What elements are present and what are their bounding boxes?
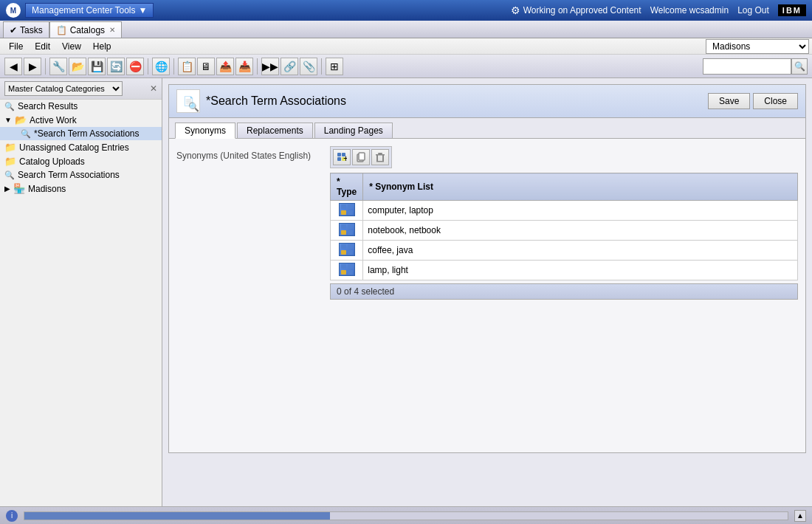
sidebar-item-search-term-associations-active[interactable]: 🔍 *Search Term Associations — [0, 127, 162, 140]
close-form-button[interactable]: Close — [753, 93, 798, 109]
sidebar-item-label: Unassigned Catalog Entries — [19, 142, 129, 153]
toolbar-sep-3 — [173, 58, 174, 75]
toolbar-sep-1 — [45, 58, 46, 75]
sidebar-item-search-term-associations[interactable]: 🔍 Search Term Associations — [0, 168, 162, 182]
preview-button[interactable]: ▶▶ — [261, 58, 279, 75]
form-search-icon: 🔍 — [188, 102, 199, 112]
save-button-toolbar[interactable]: 💾 — [88, 58, 106, 75]
sidebar-item-unassigned-catalog-entries[interactable]: 📁 Unassigned Catalog Entries — [0, 140, 162, 154]
svg-rect-2 — [337, 157, 341, 161]
tab-catalogs[interactable]: 📋 Catalogs ✕ — [49, 21, 122, 38]
sta-icon: 🔍 — [4, 170, 15, 180]
svg-rect-26 — [341, 270, 346, 275]
menu-bar: File Edit View Help Madisons — [0, 38, 812, 55]
toolbar-search-button[interactable]: 🔍 — [791, 58, 808, 75]
synonym-value-2[interactable]: coffee, java — [363, 241, 798, 261]
catalogs-tab-close[interactable]: ✕ — [109, 26, 115, 34]
svg-rect-20 — [341, 244, 346, 249]
app-title-button[interactable]: Management Center Tools ▼ — [25, 3, 154, 18]
content-area: 📄 🔍 *Search Term Associations Save Close… — [162, 78, 812, 506]
synonym-toolbar: + — [330, 146, 392, 168]
menu-view[interactable]: View — [56, 40, 87, 53]
delete-synonym-button[interactable] — [371, 149, 389, 165]
synonym-value-1[interactable]: notebook, netbook — [363, 221, 798, 241]
svg-rect-11 — [376, 161, 384, 162]
synonyms-label: Synonyms (United States English) — [176, 146, 318, 161]
add-synonym-button[interactable]: + — [333, 149, 351, 165]
toolbar-sep-5 — [321, 58, 322, 75]
grid-button[interactable]: ⊞ — [326, 58, 343, 75]
logout-button[interactable]: Log Out — [737, 5, 769, 15]
refresh-button[interactable]: 🔄 — [107, 58, 125, 75]
table-row[interactable]: computer, laptop — [331, 201, 798, 221]
new-button[interactable]: 🔧 — [49, 58, 67, 75]
store-selector: Madisons — [706, 39, 809, 54]
back-button[interactable]: ◀ — [4, 58, 22, 75]
top-bar-right: ⚙ Working on Approved Content Welcome wc… — [511, 4, 806, 16]
app-title-label: Management Center Tools — [32, 5, 136, 15]
top-bar-left: M Management Center Tools ▼ — [6, 3, 154, 18]
sidebar-category-select[interactable]: Master Catalog Categories — [4, 81, 123, 96]
sidebar-close-icon[interactable]: ✕ — [150, 83, 157, 94]
stop-button[interactable]: ⛔ — [126, 58, 144, 75]
menu-edit[interactable]: Edit — [29, 40, 56, 53]
svg-rect-19 — [348, 230, 353, 235]
table-row[interactable]: lamp, light — [331, 261, 798, 280]
table-row[interactable]: coffee, java — [331, 241, 798, 261]
synonym-value-0[interactable]: computer, laptop — [363, 201, 798, 221]
sidebar-item-active-work[interactable]: ▼ 📂 Active Work — [0, 113, 162, 127]
form-icon: 📄 🔍 — [176, 89, 200, 113]
svg-rect-25 — [348, 264, 353, 269]
status-expand-button[interactable]: ▲ — [794, 510, 806, 522]
save-form-button[interactable]: Save — [708, 93, 750, 109]
menu-help[interactable]: Help — [87, 40, 117, 53]
synonyms-table-area: + * Type — [330, 146, 798, 300]
web-button[interactable]: 🌐 — [152, 58, 170, 75]
svg-rect-27 — [348, 270, 353, 275]
sidebar-item-catalog-uploads[interactable]: 📁 Catalog Uploads — [0, 154, 162, 168]
sidebar-item-madisons[interactable]: ▶ 🏪 Madisons — [0, 182, 162, 196]
copy-button[interactable]: 📎 — [300, 58, 317, 75]
selection-status: 0 of 4 selected — [330, 283, 798, 300]
madisons-icon: 🏪 — [13, 183, 25, 194]
open-button[interactable]: 📂 — [69, 58, 86, 75]
toolbar-search-input[interactable] — [703, 58, 791, 75]
type-icon-0 — [339, 203, 355, 216]
app-dropdown-arrow: ▼ — [139, 5, 148, 15]
tab-synonyms[interactable]: Synonyms — [175, 123, 235, 139]
unassigned-folder-icon: 📁 — [4, 142, 16, 153]
table-row[interactable]: notebook, netbook — [331, 221, 798, 241]
import-button[interactable]: 📥 — [235, 58, 253, 75]
list-button[interactable]: 📋 — [178, 58, 196, 75]
forward-button[interactable]: ▶ — [24, 58, 41, 75]
search-results-icon: 🔍 — [4, 102, 15, 111]
toolbar-sep-2 — [148, 58, 148, 75]
link-button[interactable]: 🔗 — [281, 58, 298, 75]
status-progress-bar — [24, 511, 788, 520]
sidebar-item-search-results[interactable]: 🔍 Search Results — [0, 100, 162, 113]
tab-replacements[interactable]: Replacements — [237, 123, 313, 138]
main-area: Master Catalog Categories ✕ 🔍 Search Res… — [0, 78, 812, 506]
top-bar: M Management Center Tools ▼ ⚙ Working on… — [0, 0, 812, 21]
sidebar-item-label: Search Term Associations — [18, 170, 120, 180]
svg-rect-24 — [341, 264, 346, 269]
form-header: 📄 🔍 *Search Term Associations Save Close — [169, 85, 805, 118]
tab-tasks[interactable]: ✔ Tasks — [3, 21, 49, 38]
svg-rect-6 — [359, 153, 365, 160]
svg-rect-13 — [348, 204, 353, 209]
progress-fill — [24, 512, 330, 520]
synonym-value-3[interactable]: lamp, light — [363, 261, 798, 280]
menu-file[interactable]: File — [3, 40, 29, 53]
catalogs-tab-label: Catalogs — [70, 25, 105, 35]
form-title: *Search Term Associations — [206, 94, 346, 108]
sidebar-item-label: *Search Term Associations — [34, 128, 140, 139]
tab-landing-pages[interactable]: Landing Pages — [314, 123, 393, 138]
sidebar-item-label: Catalog Uploads — [19, 156, 85, 167]
sidebar-header: Master Catalog Categories ✕ — [0, 78, 162, 100]
copy-synonym-button[interactable] — [352, 149, 370, 165]
store-dropdown[interactable]: Madisons — [706, 39, 809, 54]
col-synonym-header: * Synonym List — [363, 173, 798, 201]
export-button[interactable]: 📤 — [216, 58, 234, 75]
svg-rect-0 — [337, 153, 341, 156]
screen-button[interactable]: 🖥 — [197, 58, 215, 75]
